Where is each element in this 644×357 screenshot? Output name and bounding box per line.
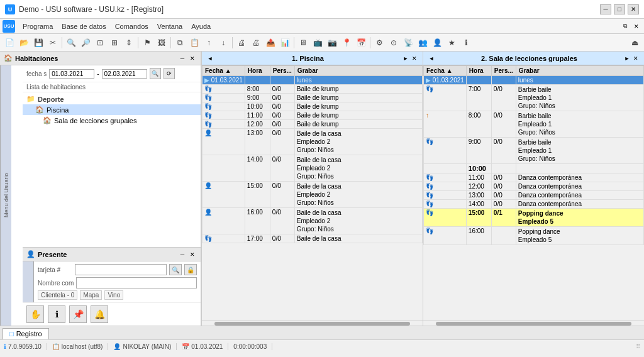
toolbar-sort-button[interactable]: ⇕: [122, 36, 136, 50]
sala-cell-grabar: Barbie baileEmpleado 1Grupo: Niños: [516, 111, 643, 138]
piscina-nav-left[interactable]: ◄: [206, 54, 214, 63]
presente-pin-button[interactable]: ─: [178, 250, 187, 259]
presente-info-button[interactable]: ℹ: [48, 305, 65, 323]
toolbar-filter-button[interactable]: ⊡: [93, 36, 107, 50]
toolbar-monitor-button[interactable]: 🖥: [296, 36, 310, 50]
toolbar-paste-button[interactable]: 📋: [187, 36, 201, 50]
vino-button[interactable]: Vino: [104, 290, 123, 300]
toolbar-user-button[interactable]: 👤: [430, 36, 444, 50]
presente-hand-button[interactable]: ✋: [26, 305, 44, 323]
tree-item-piscina[interactable]: 🏠 Piscina: [23, 104, 201, 115]
table-row[interactable]: 👣 14:00 0/0 Danza contemporánea: [424, 200, 644, 209]
piscina-nav-right[interactable]: ►: [401, 54, 410, 63]
toolbar-star-button[interactable]: ★: [445, 36, 458, 50]
toolbar-copy-button[interactable]: ⧉: [173, 36, 187, 50]
toolbar-print-button[interactable]: 🖨: [235, 36, 248, 50]
toolbar-chart-button[interactable]: 📊: [278, 36, 292, 50]
menu-comandos[interactable]: Comandos: [111, 21, 152, 31]
toolbar-flag-button[interactable]: ⚑: [140, 36, 154, 50]
date-refresh-button[interactable]: ⟳: [164, 68, 175, 79]
date-to-input[interactable]: [102, 69, 147, 79]
toolbar-image-button[interactable]: 🖼: [155, 36, 169, 50]
maximize-button[interactable]: □: [614, 4, 625, 14]
sala-nav-right[interactable]: ►: [623, 54, 631, 63]
presente-footer: Clientela - 0 Mapa Vino: [38, 290, 197, 300]
menu-close-button[interactable]: ✕: [631, 22, 641, 31]
tab-registro[interactable]: □ Registro: [3, 328, 49, 339]
tarjeta-search-button[interactable]: 🔍: [169, 264, 182, 275]
table-row[interactable]: 👣 12:00 0/0 Baile de krump: [203, 120, 423, 129]
piscina-scrollbar[interactable]: [202, 321, 423, 326]
sala-table[interactable]: Fecha ▲ Hora Pers... Grabar ▶ 01.03.2021: [423, 65, 644, 321]
table-row[interactable]: 👣 11:00 0/0 Baile de krump: [203, 111, 423, 120]
table-row[interactable]: 👣 15:00 0/1 Popping danceEmpleado 5: [424, 209, 644, 227]
tree-item-sala[interactable]: 🏠 Sala de lecciones grupales: [23, 115, 201, 126]
menu-ayuda[interactable]: Ayuda: [187, 21, 214, 31]
menu-programa[interactable]: Programa: [19, 21, 57, 31]
table-row[interactable]: 👣 12:00 0/0 Danza contemporánea: [424, 182, 644, 191]
toolbar-export-button[interactable]: 📤: [264, 36, 277, 50]
toolbar-tv-button[interactable]: 📺: [311, 36, 325, 50]
table-row[interactable]: 👣 8:00 0/0 Baile de krump: [203, 85, 423, 94]
toolbar-rss-button[interactable]: 📡: [401, 36, 415, 50]
date-from-input[interactable]: [49, 69, 94, 79]
table-row[interactable]: 10:00: [424, 164, 644, 173]
panel-pin-button[interactable]: ─: [178, 54, 187, 63]
sala-nav-left[interactable]: ◄: [427, 54, 436, 63]
table-row[interactable]: 👤 16:00 0/0 Baile de la casaEmpleado 2Gr…: [203, 208, 423, 234]
toolbar-search2-button[interactable]: 🔎: [79, 36, 92, 50]
mapa-button[interactable]: Mapa: [80, 290, 102, 300]
sala-scrollbar[interactable]: [423, 321, 644, 326]
presente-close-button[interactable]: ✕: [188, 250, 197, 259]
presente-pin-btn[interactable]: 📌: [69, 305, 87, 323]
piscina-table[interactable]: Fecha ▲ Hora Pers... Grabar ▶ 01.03: [202, 65, 423, 321]
toolbar-save-button[interactable]: 💾: [31, 36, 45, 50]
table-row[interactable]: 👤 15:00 0/0 Baile de la casaEmpleado 2Gr…: [203, 182, 423, 208]
toolbar-camera-button[interactable]: 📷: [325, 36, 339, 50]
menu-base-datos[interactable]: Base de datos: [58, 21, 109, 31]
toolbar-circle-button[interactable]: ⊙: [387, 36, 401, 50]
table-row[interactable]: 👣 16:00 Popping danceEmpleado 5: [424, 227, 644, 245]
tarjeta-input[interactable]: [75, 264, 167, 275]
toolbar-print2-button[interactable]: 🖨: [249, 36, 263, 50]
table-row[interactable]: 👣 9:00 0/0 Barbie baileEmpleado 1Grupo: …: [424, 138, 644, 164]
table-row[interactable]: 👣 11:00 0/0 Danza contemporánea: [424, 173, 644, 182]
toolbar-new-button[interactable]: 📄: [3, 36, 16, 50]
toolbar-right-button[interactable]: ⏏: [628, 36, 641, 50]
toolbar-settings-button[interactable]: ⚙: [372, 36, 386, 50]
toolbar-calendar-button[interactable]: 📅: [354, 36, 368, 50]
minimize-button[interactable]: ─: [600, 4, 611, 14]
menu-ventana[interactable]: Ventana: [153, 21, 186, 31]
tree-item-deporte[interactable]: 📁 Deporte: [23, 94, 201, 104]
table-row[interactable]: ▶ 01.03.2021 lunes: [203, 76, 423, 85]
toolbar-users-button[interactable]: 👥: [416, 36, 430, 50]
table-row[interactable]: 👣 10:00 0/0 Baile de krump: [203, 102, 423, 111]
table-row[interactable]: 👣 17:00 0/0 Baile de la casa: [203, 234, 423, 243]
tarjeta-lock-button[interactable]: 🔒: [184, 264, 197, 275]
nombre-input[interactable]: [76, 277, 197, 288]
toolbar-info-button[interactable]: ℹ: [459, 36, 473, 50]
table-row[interactable]: ▶ 01.03.2021 lunes: [424, 76, 644, 85]
table-row[interactable]: ↑ 8:00 0/0 Barbie baileEmpleado 1Grupo: …: [424, 111, 644, 138]
table-row[interactable]: 👣 7:00 0/0 Barbie baileEmpleado 1Grupo: …: [424, 85, 644, 111]
menu-restore-button[interactable]: ⧉: [620, 22, 630, 31]
table-row[interactable]: 👣 9:00 0/0 Baile de krump: [203, 94, 423, 102]
toolbar-filter2-button[interactable]: ⊞: [108, 36, 121, 50]
sala-close[interactable]: ✕: [631, 54, 640, 63]
table-row[interactable]: 👣 13:00 0/0 Danza contemporánea: [424, 191, 644, 200]
presente-bell-button[interactable]: 🔔: [91, 305, 108, 323]
clientela-label[interactable]: Clientela - 0: [38, 290, 77, 300]
close-button[interactable]: ✕: [628, 4, 639, 14]
piscina-close[interactable]: ✕: [410, 54, 419, 63]
toolbar-delete-button[interactable]: ✂: [46, 36, 60, 50]
table-row[interactable]: 14:00 0/0 Baile de la casaEmpleado 2Grup…: [203, 155, 423, 182]
date-search-button[interactable]: 🔍: [150, 68, 161, 79]
panel-close-button[interactable]: ✕: [188, 54, 197, 63]
toolbar-search-button[interactable]: 🔍: [64, 36, 78, 50]
toolbar-undo-button[interactable]: ↑: [202, 36, 216, 50]
table-row[interactable]: 👤 13:00 0/0 Baile de la casaEmpleado 2Gr…: [203, 129, 423, 155]
toolbar-redo-button[interactable]: ↓: [216, 36, 230, 50]
toolbar-location-button[interactable]: 📍: [340, 36, 353, 50]
toolbar-open-button[interactable]: 📂: [17, 36, 31, 50]
status-db: 📋 localhost (utf8): [52, 343, 109, 350]
